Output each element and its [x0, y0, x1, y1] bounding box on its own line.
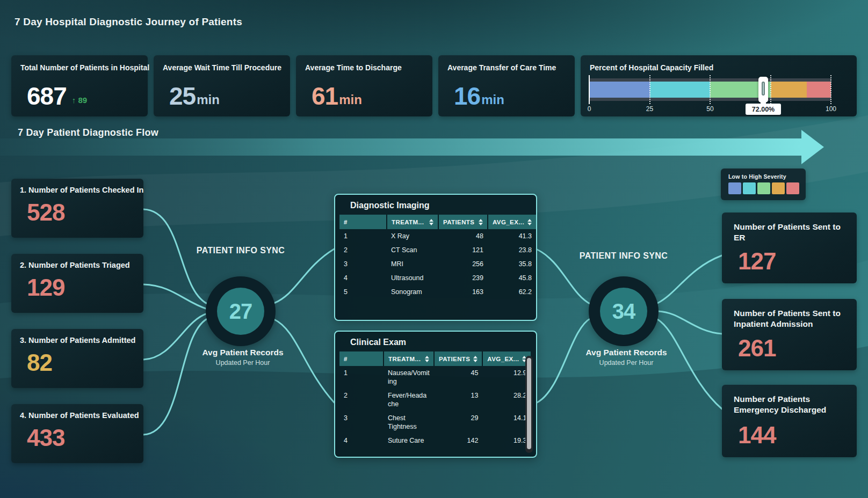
column-header-treatment[interactable]: TREATM...	[387, 215, 438, 229]
flow-arrow-head	[801, 130, 824, 164]
cell-avg: 45.8	[488, 271, 536, 285]
sort-icon	[426, 219, 433, 225]
cell-patients: 163	[438, 285, 488, 299]
gauge-tick	[649, 75, 650, 104]
outcome-value: 144	[738, 422, 776, 449]
sync-left-value: 27	[229, 299, 252, 324]
kpi-card-discharge-time: Average Time to Discharge 61 min	[296, 55, 432, 116]
gauge-tick	[830, 75, 831, 104]
connector-line	[143, 209, 209, 305]
sync-right-subtitle: Avg Patient Records	[551, 348, 701, 357]
kpi-unit: min	[481, 93, 504, 106]
table-row: 3 Chest Tightness 29 14.1	[339, 411, 531, 434]
cell-index: 3	[339, 257, 387, 271]
cell-patients: 45	[434, 366, 482, 389]
gauge-zero-line	[589, 75, 590, 104]
table-row: 4 Suture Care 142 19.3	[339, 434, 531, 448]
capacity-gauge-card: Percent of Hospital Capacity Filled 72.0…	[581, 55, 857, 116]
clinical-exam-table: # TREATM... PATIENTS AVG_EX... 1 Nausea/…	[339, 351, 531, 448]
cell-patients: 121	[438, 243, 488, 257]
column-header-index[interactable]: #	[339, 215, 387, 229]
diagnostic-imaging-table: # TREATM... PATIENTS AVG_EX... 1 X Ray 4…	[339, 215, 536, 299]
kpi-label: Average Wait Time Till Procedure	[163, 63, 284, 72]
kpi-value: 61	[312, 86, 338, 107]
gauge-segment	[807, 82, 831, 98]
outcome-label: Number of Patients Sent to ER	[734, 222, 849, 243]
connector-line	[657, 255, 722, 303]
cell-treatment: X Ray	[387, 229, 438, 243]
page-title: 7 Day Hospital Diagnostic Journey of Pat…	[15, 16, 242, 28]
kpi-label: Average Time to Discharge	[305, 63, 426, 72]
gauge-slider-slot	[762, 82, 765, 96]
cell-index: 4	[339, 434, 384, 448]
cell-avg: 62.2	[488, 285, 536, 299]
step-card-checked-in: 1. Number of Patients Checked In 528	[11, 179, 143, 238]
step-label: 3. Number of Patients Admitted	[20, 336, 135, 345]
outcome-value: 127	[738, 248, 776, 275]
cell-index: 3	[339, 411, 384, 434]
kpi-unit: min	[339, 93, 362, 106]
cell-treatment: Sonogram	[387, 285, 438, 299]
cell-index: 1	[339, 229, 387, 243]
step-value: 129	[27, 274, 64, 301]
hospital-dashboard: 7 Day Hospital Diagnostic Journey of Pat…	[0, 0, 868, 498]
severity-legend: Low to High Severity	[721, 169, 806, 200]
column-header-avg[interactable]: AVG_EX...	[482, 351, 531, 366]
table-row: 3 MRI 256 35.8	[339, 257, 536, 271]
gauge-tick	[770, 75, 771, 104]
connector-line	[274, 249, 334, 303]
severity-swatch-2	[743, 182, 756, 194]
cell-patients: 48	[438, 229, 488, 243]
table-row: 4 Ultrasound 239 45.8	[339, 271, 536, 285]
step-card-triaged: 2. Number of Patients Triaged 129	[11, 254, 143, 313]
kpi-label: Total Number of Patients in Hospital	[20, 63, 141, 72]
flow-section-title: 7 Day Patient Diagnostic Flow	[18, 127, 158, 138]
gauge-axis-label: 50	[706, 105, 713, 113]
table-row: 1 X Ray 48 41.3	[339, 229, 536, 243]
column-header-avg[interactable]: AVG_EX...	[488, 215, 536, 229]
kpi-label: Average Transfer of Care Time	[447, 63, 568, 72]
sort-icon	[422, 356, 429, 362]
cell-avg: 12.9	[482, 366, 531, 389]
severity-swatch-1	[728, 182, 741, 194]
step-value: 433	[27, 424, 64, 451]
severity-swatch-5	[786, 182, 799, 194]
diagnostic-imaging-panel: Diagnostic Imaging # TREATM... PATIENTS …	[334, 194, 537, 321]
kpi-value: 16	[454, 86, 480, 107]
kpi-unit: min	[197, 93, 220, 106]
cell-treatment: Chest Tightness	[384, 411, 434, 434]
column-header-patients[interactable]: PATIENTS	[438, 215, 488, 229]
cell-patients: 239	[438, 271, 488, 285]
scrollbar-thumb[interactable]	[527, 358, 531, 449]
step-value: 528	[27, 199, 64, 226]
sync-left-circle: 27	[206, 276, 276, 346]
table-row: 5 Sonogram 163 62.2	[339, 285, 536, 299]
sync-right-title: PATIENT INFO SYNC	[548, 251, 699, 261]
outcome-card-discharged: Number of Patients Emergency Discharged …	[722, 385, 857, 457]
sync-left-subtitle: Avg Patient Records	[168, 348, 318, 357]
connector-line	[143, 318, 209, 435]
sync-right-value: 34	[612, 299, 635, 324]
panel-title: Diagnostic Imaging	[350, 201, 536, 210]
cell-index: 2	[339, 389, 384, 411]
column-header-treatment[interactable]: TREATM...	[384, 351, 434, 366]
cell-avg: 23.8	[488, 243, 536, 257]
gauge-axis: 0 25 50 100	[589, 105, 831, 113]
cell-avg: 35.8	[488, 257, 536, 271]
column-header-patients[interactable]: PATIENTS	[434, 351, 482, 366]
step-label: 4. Number of Patients Evaluated	[20, 411, 139, 420]
legend-title: Low to High Severity	[728, 173, 786, 180]
connector-line	[659, 311, 722, 334]
step-value: 82	[27, 349, 52, 376]
flow-arrow-shaft	[0, 138, 801, 156]
severity-swatch-4	[772, 182, 785, 194]
gauge-label: Percent of Hospital Capacity Filled	[590, 63, 850, 72]
column-header-index[interactable]: #	[339, 351, 384, 366]
cell-patients: 256	[438, 257, 488, 271]
cell-treatment: MRI	[387, 257, 438, 271]
table-scrollbar[interactable]	[525, 356, 533, 453]
cell-patients: 142	[434, 434, 482, 448]
sync-right-circle-inner: 34	[600, 288, 647, 335]
step-card-evaluated: 4. Number of Patients Evaluated 433	[11, 404, 143, 463]
gauge-slider-handle[interactable]	[758, 77, 768, 102]
